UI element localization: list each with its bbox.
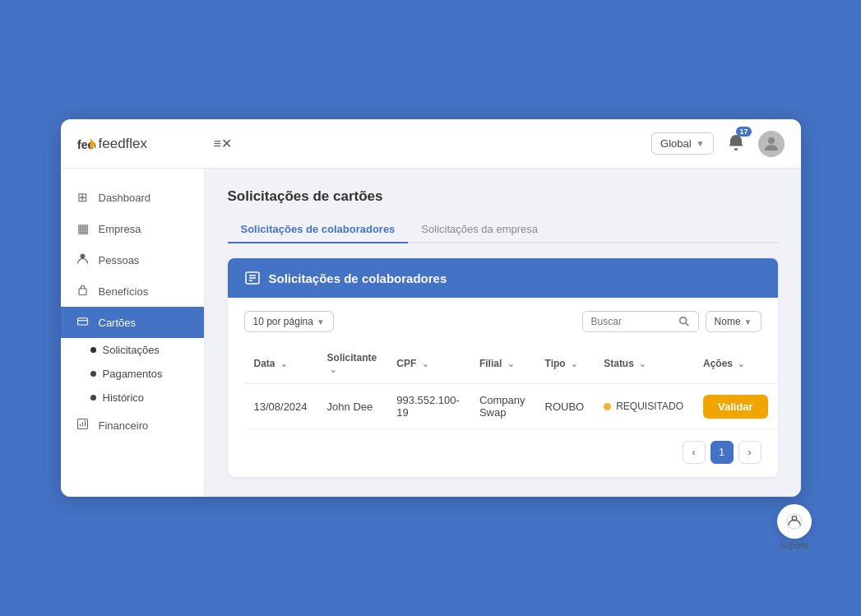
svg-point-3 bbox=[768, 137, 775, 144]
col-status[interactable]: Status ⌄ bbox=[594, 344, 693, 384]
sidebar-sub-label-pagamentos: Pagamentos bbox=[103, 368, 163, 380]
avatar[interactable] bbox=[758, 131, 785, 157]
col-solicitante[interactable]: Solicitante ⌄ bbox=[317, 344, 387, 384]
sidebar-label-cartoes: Cartões bbox=[99, 317, 137, 329]
beneficios-icon bbox=[76, 284, 90, 299]
status-dot bbox=[604, 403, 611, 410]
card-body: 10 por página ▼ bbox=[228, 298, 778, 477]
sidebar-sub-item-historico[interactable]: Histórico bbox=[76, 386, 204, 410]
sidebar-label-financeiro: Financeiro bbox=[99, 419, 149, 432]
top-bar-right: Global ▼ 17 bbox=[651, 130, 784, 157]
historico-dot bbox=[90, 395, 96, 401]
search-area: Nome ▼ bbox=[582, 311, 761, 332]
sort-chevron-icon: ▼ bbox=[744, 317, 752, 327]
cell-acoes: Validar bbox=[693, 384, 778, 429]
search-icon bbox=[678, 316, 690, 327]
pagination-page-1[interactable]: 1 bbox=[711, 441, 734, 464]
financeiro-icon bbox=[76, 418, 90, 433]
sidebar-label-empresa: Empresa bbox=[99, 223, 141, 235]
col-acoes[interactable]: Ações ⌄ bbox=[693, 344, 778, 384]
sidebar-sub-item-pagamentos[interactable]: Pagamentos bbox=[76, 362, 204, 386]
feedflex-logo-icon: feed bbox=[77, 135, 95, 153]
sidebar-item-beneficios[interactable]: Benefícios bbox=[61, 276, 204, 307]
sidebar: ⊞ Dashboard ▦ Empresa Pessoas bbox=[61, 169, 205, 497]
status-badge: REQUISITADO bbox=[604, 401, 683, 412]
status-text: REQUISITADO bbox=[616, 401, 683, 412]
sidebar-label-beneficios: Benefícios bbox=[99, 285, 149, 298]
col-cpf[interactable]: CPF ⌄ bbox=[387, 344, 470, 384]
card-header-icon bbox=[244, 270, 261, 286]
sidebar-sub: Solicitações Pagamentos Histórico bbox=[61, 338, 204, 410]
cell-cpf: 993.552.100-19 bbox=[387, 384, 470, 429]
notification-button[interactable]: 17 bbox=[724, 130, 748, 157]
col-data[interactable]: Data ⌄ bbox=[244, 344, 317, 384]
support-circle bbox=[777, 504, 812, 539]
tab-colaboradores[interactable]: Solicitações de colaboradores bbox=[228, 216, 409, 243]
svg-point-2 bbox=[734, 148, 738, 151]
sidebar-item-pessoas[interactable]: Pessoas bbox=[61, 244, 204, 276]
cell-filial: Company Swap bbox=[470, 384, 535, 429]
sidebar-item-dashboard[interactable]: ⊞ Dashboard bbox=[61, 182, 204, 213]
col-tipo-sort-icon: ⌄ bbox=[571, 359, 577, 368]
svg-line-17 bbox=[685, 323, 688, 327]
sidebar-label-dashboard: Dashboard bbox=[99, 192, 151, 204]
app-container: feed feedflex ≡✕ Global ▼ 17 bbox=[0, 0, 861, 616]
logo: feed feedflex bbox=[77, 135, 209, 153]
pessoas-icon bbox=[76, 252, 90, 267]
sidebar-item-cartoes[interactable]: Cartões bbox=[61, 307, 204, 338]
pagination-prev[interactable]: ‹ bbox=[683, 441, 706, 464]
sidebar-sub-item-solicitacoes[interactable]: Solicitações bbox=[76, 338, 204, 362]
table-row: 13/08/2024 John Dee 993.552.100-19 Compa… bbox=[244, 384, 778, 429]
tabs: Solicitações de colaboradores Solicitaçõ… bbox=[228, 216, 778, 243]
search-input-wrap bbox=[582, 311, 699, 332]
main-window: feed feedflex ≡✕ Global ▼ 17 bbox=[61, 119, 801, 497]
sidebar-label-pessoas: Pessoas bbox=[99, 254, 140, 266]
sidebar-item-empresa[interactable]: ▦ Empresa bbox=[61, 213, 204, 244]
cell-tipo: ROUBO bbox=[535, 384, 595, 429]
col-data-sort-icon: ⌄ bbox=[280, 359, 287, 368]
sidebar-sub-label-solicitacoes: Solicitações bbox=[103, 344, 160, 356]
svg-point-16 bbox=[679, 317, 686, 324]
support-label: Suporte bbox=[780, 541, 808, 550]
col-filial-sort-icon: ⌄ bbox=[507, 359, 514, 368]
empresa-icon: ▦ bbox=[76, 221, 90, 236]
body-layout: ⊞ Dashboard ▦ Empresa Pessoas bbox=[61, 169, 801, 497]
per-page-label: 10 por página bbox=[253, 316, 313, 327]
cell-data: 13/08/2024 bbox=[244, 384, 317, 429]
per-page-chevron-icon: ▼ bbox=[317, 317, 325, 327]
search-input[interactable] bbox=[591, 316, 674, 327]
cell-status: REQUISITADO bbox=[594, 384, 693, 429]
dashboard-icon: ⊞ bbox=[76, 190, 90, 205]
global-dropdown[interactable]: Global ▼ bbox=[651, 132, 713, 155]
pagamentos-dot bbox=[90, 371, 96, 377]
solicitacoes-dot bbox=[90, 347, 96, 353]
notification-badge: 17 bbox=[736, 127, 751, 137]
card-header-title: Solicitações de colaboradores bbox=[269, 271, 447, 285]
tab-empresa[interactable]: Solicitações da empresa bbox=[408, 216, 551, 243]
logo-text: feedflex bbox=[99, 136, 148, 152]
per-page-dropdown[interactable]: 10 por página ▼ bbox=[244, 311, 334, 332]
toolbar: 10 por página ▼ bbox=[244, 311, 761, 332]
svg-rect-6 bbox=[78, 318, 88, 325]
hamburger-button[interactable]: ≡✕ bbox=[209, 131, 237, 156]
sidebar-item-financeiro[interactable]: Financeiro bbox=[61, 410, 204, 441]
pagination: ‹ 1 › bbox=[244, 441, 761, 464]
solicitations-card: Solicitações de colaboradores 10 por pág… bbox=[228, 258, 778, 477]
col-acoes-sort-icon: ⌄ bbox=[738, 359, 744, 368]
col-cpf-sort-icon: ⌄ bbox=[422, 359, 428, 368]
validate-button[interactable]: Validar bbox=[703, 395, 768, 419]
sort-label: Nome bbox=[715, 316, 741, 327]
avatar-icon bbox=[761, 134, 781, 154]
pagination-next[interactable]: › bbox=[738, 441, 761, 464]
main-content: Solicitações de cartões Solicitações de … bbox=[205, 169, 801, 497]
col-filial[interactable]: Filial ⌄ bbox=[470, 344, 535, 384]
sort-dropdown[interactable]: Nome ▼ bbox=[706, 311, 761, 332]
col-status-sort-icon: ⌄ bbox=[639, 359, 646, 368]
support-icon bbox=[785, 512, 803, 530]
solicitations-table: Data ⌄ Solicitante ⌄ CPF bbox=[244, 344, 778, 429]
svg-point-4 bbox=[81, 254, 86, 259]
support-fab[interactable]: Suporte bbox=[777, 504, 812, 550]
table-header-row: Data ⌄ Solicitante ⌄ CPF bbox=[244, 344, 778, 384]
page-title: Solicitações de cartões bbox=[228, 188, 778, 205]
col-tipo[interactable]: Tipo ⌄ bbox=[535, 344, 595, 384]
